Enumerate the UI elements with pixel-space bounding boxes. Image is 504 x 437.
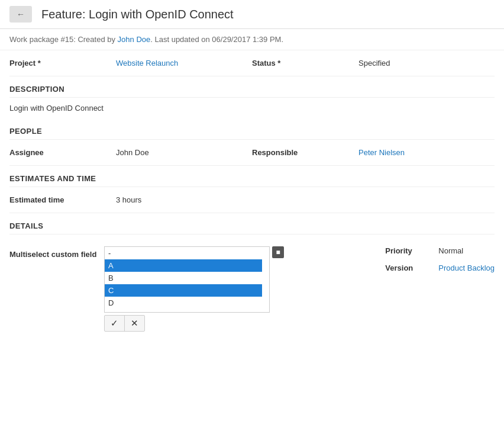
- details-content: Multiselect custom field - A B C D: [9, 234, 495, 343]
- estimated-time-value: 3 hours: [116, 195, 141, 204]
- author-link[interactable]: John Doe: [118, 35, 151, 44]
- deselect-button[interactable]: ■: [272, 246, 284, 258]
- status-label: Status *: [252, 59, 358, 68]
- status-value: Specified: [358, 59, 390, 68]
- assignee-value: John Doe: [116, 148, 149, 157]
- deselect-area: ■: [272, 246, 284, 258]
- priority-label: Priority: [385, 246, 438, 255]
- option-dash[interactable]: -: [105, 247, 262, 259]
- multiselect-container: - A B C D ■ ✓ ✕: [104, 246, 284, 332]
- responsible-label: Responsible: [252, 148, 358, 157]
- version-value[interactable]: Product Backlog: [438, 264, 495, 272]
- select-list[interactable]: - A B C D: [105, 247, 262, 312]
- option-a[interactable]: A: [105, 259, 262, 272]
- priority-row: Priority Normal: [385, 246, 495, 255]
- page-title: Feature: Login with OpenID Connect: [41, 8, 234, 21]
- option-d[interactable]: D: [105, 297, 262, 309]
- multiselect-area: Multiselect custom field - A B C D: [9, 246, 361, 332]
- people-row: Assignee John Doe Responsible Peter Niel…: [9, 140, 495, 166]
- confirm-button[interactable]: ✓: [105, 316, 125, 331]
- details-heading: DETAILS: [9, 213, 495, 234]
- option-b[interactable]: B: [105, 272, 262, 284]
- project-status-row: Project * Website Relaunch Status * Spec…: [9, 50, 495, 76]
- multiselect-select-row: - A B C D ■: [104, 246, 284, 313]
- multiselect-label: Multiselect custom field: [9, 246, 104, 259]
- version-label: Version: [385, 264, 438, 272]
- responsible-col: Responsible Peter Nielsen: [252, 148, 495, 157]
- responsible-value: Peter Nielsen: [358, 148, 405, 157]
- description-text: Login with OpenID Connect: [9, 98, 495, 118]
- estimated-time-label: Estimated time: [9, 195, 116, 204]
- header: ← Feature: Login with OpenID Connect: [0, 0, 504, 29]
- version-row: Version Product Backlog: [385, 264, 495, 272]
- multiselect-listbox[interactable]: - A B C D: [104, 246, 270, 313]
- meta-text-before: Work package #15: Created by: [9, 35, 118, 44]
- priority-version-area: Priority Normal Version Product Backlog: [385, 246, 495, 281]
- content: Project * Website Relaunch Status * Spec…: [0, 50, 504, 343]
- title-prefix: Feature:: [41, 8, 85, 21]
- assignee-col: Assignee John Doe: [9, 148, 252, 157]
- back-button[interactable]: ←: [9, 6, 32, 23]
- cancel-button[interactable]: ✕: [125, 316, 144, 331]
- details-fields-row: Multiselect custom field - A B C D: [9, 240, 495, 338]
- estimated-time-row: Estimated time 3 hours: [9, 187, 495, 213]
- priority-value: Normal: [438, 246, 463, 255]
- meta-text-after: . Last updated on 06/29/2017 1:39 PM.: [150, 35, 283, 44]
- project-col: Project * Website Relaunch: [9, 59, 252, 68]
- description-heading: DESCRIPTION: [9, 76, 495, 98]
- project-value[interactable]: Website Relaunch: [116, 59, 178, 68]
- status-col: Status * Specified: [252, 59, 495, 68]
- people-heading: PEOPLE: [9, 118, 495, 140]
- option-c[interactable]: C: [105, 284, 262, 297]
- meta-bar: Work package #15: Created by John Doe. L…: [0, 29, 504, 50]
- estimates-heading: ESTIMATES AND TIME: [9, 166, 495, 187]
- confirm-cancel-buttons: ✓ ✕: [104, 315, 145, 332]
- assignee-label: Assignee: [9, 148, 116, 157]
- project-label: Project *: [9, 59, 116, 68]
- title-name: Login with OpenID Connect: [89, 8, 234, 21]
